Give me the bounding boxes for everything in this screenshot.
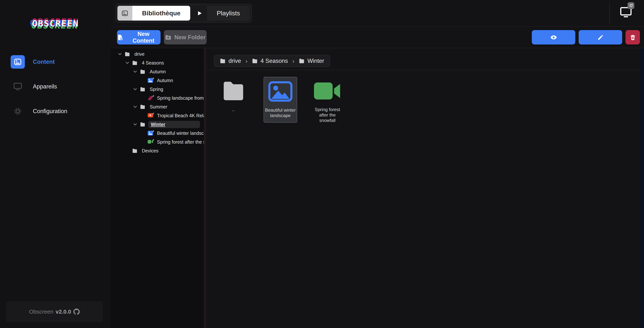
breadcrumb-item-drive[interactable]: drive	[220, 58, 241, 64]
folder-icon	[140, 104, 145, 109]
chevron-down-icon[interactable]	[133, 87, 138, 91]
pencil-icon	[597, 34, 604, 41]
sidebar-item-content[interactable]: Content	[0, 50, 111, 74]
breadcrumb-item-winter[interactable]: Winter	[299, 58, 324, 64]
tree-node-spring-landscape-link[interactable]: Spring landscape from sh	[111, 94, 204, 102]
shortcut-arrow-icon	[152, 112, 154, 114]
file-plus-icon	[117, 34, 124, 41]
edit-button[interactable]	[579, 30, 622, 45]
breadcrumb-item-4-seasons[interactable]: 4 Seasons	[252, 58, 288, 64]
image-icon	[148, 78, 153, 83]
monitor-icon	[11, 80, 25, 93]
tab-bibliotheque[interactable]: Bibliothèque	[118, 6, 190, 21]
chevron-down-icon[interactable]	[133, 104, 138, 109]
video-camera-icon	[148, 139, 153, 144]
play-icon	[192, 6, 207, 21]
top-bar: Bibliothèque Playlists	[111, 0, 644, 27]
sidebar-item-configuration[interactable]: Configuration	[0, 99, 111, 124]
tree-node-label[interactable]: 4 Seasons	[140, 59, 166, 67]
tab-playlists[interactable]: Playlists	[192, 6, 250, 21]
tree-node-label[interactable]: Spring	[148, 86, 165, 93]
folder-icon	[132, 148, 138, 153]
tree-node-label[interactable]: Spring landscape from sh	[156, 94, 204, 102]
sidebar-item-label: Appareils	[33, 83, 57, 90]
folder-icon	[220, 59, 226, 63]
library-tabs: Bibliothèque Playlists	[115, 4, 252, 23]
app-version: v2.0.0	[56, 308, 71, 315]
chevron-down-icon[interactable]	[133, 122, 138, 127]
folder-plus-icon	[165, 34, 171, 41]
tree-node-autumn-folder[interactable]: Autumn	[111, 68, 204, 75]
folder-icon	[222, 79, 245, 103]
image-icon	[118, 6, 132, 21]
github-icon[interactable]	[73, 308, 80, 315]
tree-node-4-seasons[interactable]: 4 Seasons	[111, 59, 204, 67]
grid-item-beautiful-winter-landscape[interactable]: Beautiful winter landscape	[264, 77, 297, 123]
folder-icon	[140, 69, 145, 74]
gear-icon	[11, 104, 25, 118]
breadcrumb-separator: ›	[292, 58, 294, 65]
tree-node-label[interactable]: Devices	[140, 147, 160, 154]
breadcrumb: drive › 4 Seasons › Winter	[214, 55, 330, 67]
tree-node-label[interactable]: Tropical Beach 4K Relaxa	[156, 112, 204, 119]
refresh-icon	[629, 4, 633, 8]
tree-node-winter-folder[interactable]: Winter	[111, 121, 204, 128]
shortcut-arrow-icon	[152, 130, 154, 132]
sidebar-item-appareils[interactable]: Appareils	[0, 74, 111, 99]
tree-node-spring-forest-video[interactable]: Spring forest after the sn	[111, 138, 204, 146]
folder-icon	[299, 59, 304, 63]
tree-resize-handle[interactable]	[204, 48, 206, 328]
chevron-down-icon[interactable]	[133, 69, 138, 74]
sidebar-menu: Content Appareils Configuration	[0, 50, 111, 124]
app-logo: OBSCREEN	[0, 18, 111, 29]
sidebar-item-label: Content	[33, 59, 55, 65]
content-pane: drive › 4 Seasons › Winter	[206, 48, 644, 328]
eye-icon	[550, 34, 557, 41]
tree-node-label[interactable]: Summer	[148, 103, 169, 110]
new-content-button[interactable]: New Content	[117, 30, 160, 45]
delete-button[interactable]	[626, 30, 640, 45]
screens-status[interactable]	[620, 7, 632, 18]
toolbar: New Content New Folder	[111, 27, 644, 48]
breadcrumb-separator: ›	[246, 58, 248, 65]
tree-node-label[interactable]: Autumn	[148, 68, 167, 75]
preview-button[interactable]	[532, 30, 575, 45]
grid-item-spring-forest-snowfall[interactable]: Spring forest after the snowfall	[310, 79, 344, 123]
app-name: Obscreen	[29, 308, 54, 315]
sidebar-item-label: Configuration	[33, 108, 67, 115]
header-divider	[610, 3, 610, 24]
link-icon	[148, 96, 153, 100]
tree-node-label[interactable]: drive	[133, 51, 146, 58]
trash-icon	[630, 34, 636, 41]
tree-node-autumn-image[interactable]: Autumn	[111, 77, 204, 84]
version-footer: Obscreen v2.0.0	[6, 301, 103, 322]
tree-node-beautiful-winter-image[interactable]: Beautiful winter landscap	[111, 129, 204, 137]
chevron-down-icon[interactable]	[125, 61, 130, 65]
chevron-down-icon[interactable]	[118, 52, 122, 56]
content-body: drive 4 Seasons Autumn	[111, 48, 644, 328]
tree-node-label[interactable]: Beautiful winter landscap	[156, 130, 204, 137]
tree-node-label-selected[interactable]: Winter	[148, 121, 200, 128]
shortcut-arrow-icon	[152, 95, 154, 97]
image-icon	[268, 79, 292, 104]
tree-node-label[interactable]: Autumn	[156, 77, 174, 84]
main-area: Bibliothèque Playlists	[111, 0, 644, 328]
image-icon	[11, 55, 25, 69]
tree-node-summer-folder[interactable]: Summer	[111, 103, 204, 110]
folder-icon	[125, 52, 130, 57]
folder-icon	[140, 87, 145, 92]
folder-tree: drive 4 Seasons Autumn	[111, 48, 204, 328]
refresh-badge	[628, 2, 634, 9]
content-grid: .. Beautiful winter landscape Spring for…	[206, 70, 644, 123]
tree-node-label[interactable]: Spring forest after the sn	[156, 138, 204, 146]
vertical-scrollbar[interactable]	[640, 48, 644, 328]
tree-node-devices[interactable]: Devices	[111, 147, 204, 154]
grid-item-label: ..	[232, 107, 234, 112]
tree-node-tropical-beach-video[interactable]: Tropical Beach 4K Relaxa	[111, 112, 204, 119]
tree-node-spring-folder[interactable]: Spring	[111, 85, 204, 93]
tree-node-drive[interactable]: drive	[111, 50, 204, 58]
folder-icon	[132, 61, 138, 65]
grid-item-parent-folder[interactable]: ..	[216, 79, 250, 112]
new-folder-button[interactable]: New Folder	[164, 30, 207, 45]
app-window: OBSCREEN Content Appareils Configuration	[0, 0, 644, 328]
